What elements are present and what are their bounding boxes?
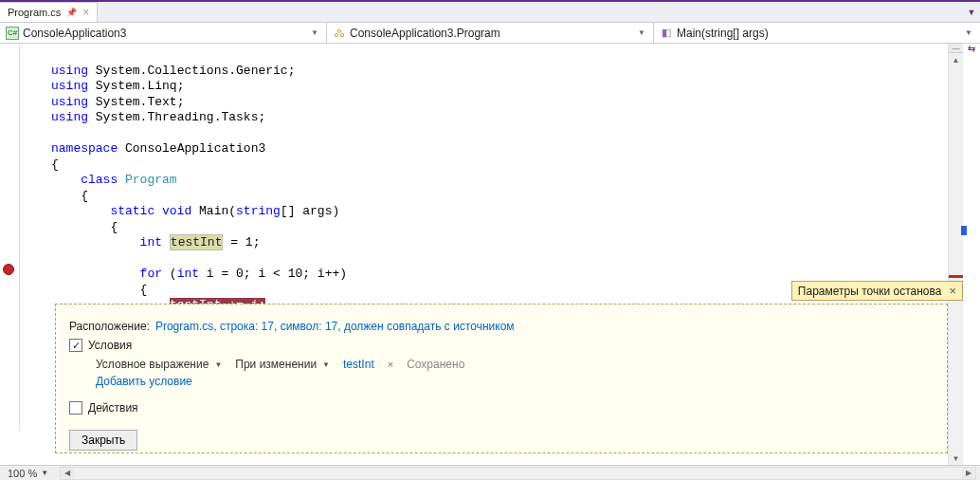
code-text: System.Collections.Generic; xyxy=(88,64,295,78)
actions-label: Действия xyxy=(88,401,138,415)
conditions-checkbox[interactable] xyxy=(69,339,82,352)
breakpoint-settings-panel: Расположение: Program.cs, строка: 17, си… xyxy=(55,304,948,453)
conditions-label: Условия xyxy=(88,339,132,352)
keyword: int xyxy=(51,235,162,249)
code-text: = 1; xyxy=(223,235,260,249)
code-text: i = 0; i < 10; i++) xyxy=(199,267,347,281)
remove-condition-icon[interactable]: × xyxy=(388,359,393,370)
method-selector[interactable]: ◧ Main(string[] args) ▼ xyxy=(654,23,980,43)
close-icon[interactable]: × xyxy=(82,6,89,19)
scroll-up-arrow[interactable]: ▲ xyxy=(949,53,963,66)
brace: { xyxy=(51,220,118,234)
keyword: static xyxy=(51,204,154,218)
keyword: string xyxy=(236,204,281,218)
keyword: namespace xyxy=(51,141,118,156)
code-text: System.Threading.Tasks; xyxy=(88,110,265,124)
tab-bar: Program.cs 📌 × ▼ xyxy=(0,2,980,23)
condition-mode-text: При изменении xyxy=(235,358,317,371)
keyword: using xyxy=(51,110,88,124)
brace: { xyxy=(51,283,147,297)
close-icon[interactable]: × xyxy=(949,284,956,298)
keyword: for xyxy=(51,267,162,281)
chevron-down-icon: ▼ xyxy=(214,360,222,369)
tab-filename: Program.cs xyxy=(8,7,61,18)
identifier-highlight: testInt xyxy=(170,234,224,250)
horizontal-scrollbar[interactable]: ◀ ▶ xyxy=(60,467,976,480)
condition-type-text: Условное выражение xyxy=(96,358,209,371)
brace: { xyxy=(51,189,88,203)
chevron-down-icon: ▼ xyxy=(636,28,647,37)
chevron-down-icon: ▼ xyxy=(309,28,320,37)
breakpoint-margin[interactable] xyxy=(0,44,19,431)
scroll-right-arrow[interactable]: ▶ xyxy=(962,468,975,479)
splitter-handle[interactable]: ― xyxy=(949,44,963,53)
csharp-project-icon: C# xyxy=(6,27,19,40)
outlining-margin[interactable] xyxy=(19,44,27,431)
actions-checkbox[interactable] xyxy=(69,401,82,415)
type-name: Program xyxy=(118,173,176,187)
status-bar: 100 % ▼ ◀ ▶ xyxy=(0,465,980,480)
close-button[interactable]: Закрыть xyxy=(69,430,137,451)
add-condition-link[interactable]: Добавить условие xyxy=(96,375,192,388)
pin-icon[interactable]: 📌 xyxy=(66,8,77,17)
banner-text: Параметры точки останова xyxy=(798,285,942,298)
condition-value[interactable]: testInt xyxy=(343,358,374,371)
chevron-down-icon: ▼ xyxy=(41,469,48,477)
location-link[interactable]: Program.cs, строка: 17, символ: 17, долж… xyxy=(155,320,515,333)
vertical-scrollbar[interactable]: ― ▲ ▼ xyxy=(948,44,963,465)
breakpoint-glyph[interactable] xyxy=(3,264,14,275)
zoom-selector[interactable]: 100 % ▼ xyxy=(0,468,56,479)
class-icon: 🝆 xyxy=(333,27,346,40)
location-label: Расположение: xyxy=(69,320,150,333)
zoom-value: 100 % xyxy=(8,468,37,479)
file-tab[interactable]: Program.cs 📌 × xyxy=(0,2,98,22)
breakpoint-indicator xyxy=(949,275,963,278)
method-text: Main(string[] args) xyxy=(677,27,769,40)
brace: { xyxy=(51,157,59,172)
split-collapse-icon[interactable]: ⇆ xyxy=(963,44,980,53)
condition-mode-combo[interactable]: При изменении ▼ xyxy=(235,358,330,371)
saved-label: Сохранено xyxy=(407,358,464,371)
chevron-down-icon: ▼ xyxy=(963,28,974,37)
breakpoint-settings-banner: Параметры точки останова × xyxy=(791,281,963,301)
keyword: void xyxy=(154,204,191,218)
scope-text: ConsoleApplication3 xyxy=(23,27,126,40)
scroll-left-arrow[interactable]: ◀ xyxy=(61,468,74,479)
scope-selector[interactable]: C# ConsoleApplication3 ▼ xyxy=(0,23,327,43)
keyword: int xyxy=(177,267,199,281)
code-text: Main( xyxy=(191,204,236,218)
condition-type-combo[interactable]: Условное выражение ▼ xyxy=(96,358,222,371)
keyword: using xyxy=(51,64,88,78)
class-text: ConsoleApplication3.Program xyxy=(350,27,500,40)
scroll-down-arrow[interactable]: ▼ xyxy=(949,452,963,465)
scroll-track[interactable] xyxy=(949,66,963,452)
navigation-bar: C# ConsoleApplication3 ▼ 🝆 ConsoleApplic… xyxy=(0,23,980,44)
class-selector[interactable]: 🝆 ConsoleApplication3.Program ▼ xyxy=(327,23,654,43)
code-text: ( xyxy=(162,267,177,281)
keyword: using xyxy=(51,95,88,109)
method-icon: ◧ xyxy=(660,27,673,40)
code-text: [] args) xyxy=(281,204,339,218)
code-text: ConsoleApplication3 xyxy=(118,141,265,156)
keyword: using xyxy=(51,79,88,93)
keyword: class xyxy=(51,173,118,187)
chevron-down-icon: ▼ xyxy=(322,360,330,369)
change-marker xyxy=(961,226,967,235)
tab-overflow-button[interactable]: ▼ xyxy=(963,2,980,22)
code-text: System.Text; xyxy=(88,95,184,109)
code-text: System.Linq; xyxy=(88,79,184,93)
